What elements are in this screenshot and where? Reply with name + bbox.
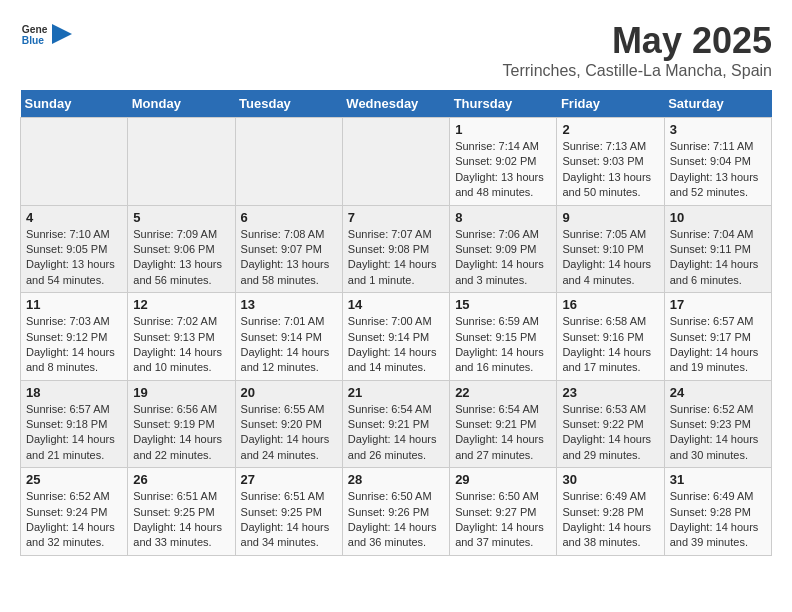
cell-info: Sunrise: 7:11 AMSunset: 9:04 PMDaylight:… [670,139,766,201]
day-number: 5 [133,210,229,225]
day-number: 16 [562,297,658,312]
calendar-cell [128,118,235,206]
day-number: 21 [348,385,444,400]
title-area: May 2025 Terrinches, Castille-La Mancha,… [503,20,772,80]
cell-info: Sunrise: 6:51 AMSunset: 9:25 PMDaylight:… [133,489,229,551]
calendar-cell: 13Sunrise: 7:01 AMSunset: 9:14 PMDayligh… [235,293,342,381]
day-number: 25 [26,472,122,487]
day-number: 4 [26,210,122,225]
calendar-cell: 3Sunrise: 7:11 AMSunset: 9:04 PMDaylight… [664,118,771,206]
calendar-cell: 27Sunrise: 6:51 AMSunset: 9:25 PMDayligh… [235,468,342,556]
cell-info: Sunrise: 7:08 AMSunset: 9:07 PMDaylight:… [241,227,337,289]
cell-info: Sunrise: 6:54 AMSunset: 9:21 PMDaylight:… [455,402,551,464]
calendar-cell: 9Sunrise: 7:05 AMSunset: 9:10 PMDaylight… [557,205,664,293]
cell-info: Sunrise: 6:54 AMSunset: 9:21 PMDaylight:… [348,402,444,464]
cell-info: Sunrise: 7:14 AMSunset: 9:02 PMDaylight:… [455,139,551,201]
calendar-cell: 15Sunrise: 6:59 AMSunset: 9:15 PMDayligh… [450,293,557,381]
day-number: 1 [455,122,551,137]
calendar-cell [342,118,449,206]
calendar-cell [235,118,342,206]
cell-info: Sunrise: 7:04 AMSunset: 9:11 PMDaylight:… [670,227,766,289]
day-number: 28 [348,472,444,487]
cell-info: Sunrise: 6:50 AMSunset: 9:27 PMDaylight:… [455,489,551,551]
cell-info: Sunrise: 6:59 AMSunset: 9:15 PMDaylight:… [455,314,551,376]
day-number: 7 [348,210,444,225]
calendar-cell: 6Sunrise: 7:08 AMSunset: 9:07 PMDaylight… [235,205,342,293]
svg-text:Blue: Blue [22,35,45,46]
day-number: 24 [670,385,766,400]
day-number: 12 [133,297,229,312]
cell-info: Sunrise: 7:09 AMSunset: 9:06 PMDaylight:… [133,227,229,289]
header-friday: Friday [557,90,664,118]
calendar-cell: 8Sunrise: 7:06 AMSunset: 9:09 PMDaylight… [450,205,557,293]
cell-info: Sunrise: 6:56 AMSunset: 9:19 PMDaylight:… [133,402,229,464]
calendar-cell: 23Sunrise: 6:53 AMSunset: 9:22 PMDayligh… [557,380,664,468]
cell-info: Sunrise: 7:00 AMSunset: 9:14 PMDaylight:… [348,314,444,376]
cell-info: Sunrise: 6:53 AMSunset: 9:22 PMDaylight:… [562,402,658,464]
cell-info: Sunrise: 7:01 AMSunset: 9:14 PMDaylight:… [241,314,337,376]
day-number: 6 [241,210,337,225]
day-number: 10 [670,210,766,225]
calendar-cell: 5Sunrise: 7:09 AMSunset: 9:06 PMDaylight… [128,205,235,293]
day-number: 29 [455,472,551,487]
header-saturday: Saturday [664,90,771,118]
calendar-cell: 17Sunrise: 6:57 AMSunset: 9:17 PMDayligh… [664,293,771,381]
day-number: 26 [133,472,229,487]
day-number: 27 [241,472,337,487]
day-number: 20 [241,385,337,400]
cell-info: Sunrise: 6:57 AMSunset: 9:17 PMDaylight:… [670,314,766,376]
calendar-cell: 2Sunrise: 7:13 AMSunset: 9:03 PMDaylight… [557,118,664,206]
calendar-cell: 26Sunrise: 6:51 AMSunset: 9:25 PMDayligh… [128,468,235,556]
day-number: 30 [562,472,658,487]
day-number: 18 [26,385,122,400]
calendar-cell: 24Sunrise: 6:52 AMSunset: 9:23 PMDayligh… [664,380,771,468]
header-wednesday: Wednesday [342,90,449,118]
calendar-header-row: SundayMondayTuesdayWednesdayThursdayFrid… [21,90,772,118]
calendar-cell: 21Sunrise: 6:54 AMSunset: 9:21 PMDayligh… [342,380,449,468]
cell-info: Sunrise: 7:13 AMSunset: 9:03 PMDaylight:… [562,139,658,201]
calendar-cell: 30Sunrise: 6:49 AMSunset: 9:28 PMDayligh… [557,468,664,556]
day-number: 19 [133,385,229,400]
cell-info: Sunrise: 6:58 AMSunset: 9:16 PMDaylight:… [562,314,658,376]
svg-text:General: General [22,24,48,35]
calendar-cell: 12Sunrise: 7:02 AMSunset: 9:13 PMDayligh… [128,293,235,381]
day-number: 17 [670,297,766,312]
cell-info: Sunrise: 6:52 AMSunset: 9:23 PMDaylight:… [670,402,766,464]
day-number: 9 [562,210,658,225]
cell-info: Sunrise: 7:03 AMSunset: 9:12 PMDaylight:… [26,314,122,376]
calendar-cell: 7Sunrise: 7:07 AMSunset: 9:08 PMDaylight… [342,205,449,293]
cell-info: Sunrise: 6:55 AMSunset: 9:20 PMDaylight:… [241,402,337,464]
calendar-cell [21,118,128,206]
cell-info: Sunrise: 7:06 AMSunset: 9:09 PMDaylight:… [455,227,551,289]
calendar-table: SundayMondayTuesdayWednesdayThursdayFrid… [20,90,772,556]
calendar-cell: 19Sunrise: 6:56 AMSunset: 9:19 PMDayligh… [128,380,235,468]
cell-info: Sunrise: 6:49 AMSunset: 9:28 PMDaylight:… [562,489,658,551]
logo-icon: General Blue [20,20,48,48]
cell-info: Sunrise: 6:51 AMSunset: 9:25 PMDaylight:… [241,489,337,551]
svg-marker-2 [52,24,72,44]
calendar-week-row: 18Sunrise: 6:57 AMSunset: 9:18 PMDayligh… [21,380,772,468]
day-number: 14 [348,297,444,312]
location-title: Terrinches, Castille-La Mancha, Spain [503,62,772,80]
cell-info: Sunrise: 6:52 AMSunset: 9:24 PMDaylight:… [26,489,122,551]
calendar-cell: 25Sunrise: 6:52 AMSunset: 9:24 PMDayligh… [21,468,128,556]
calendar-week-row: 1Sunrise: 7:14 AMSunset: 9:02 PMDaylight… [21,118,772,206]
day-number: 22 [455,385,551,400]
calendar-cell: 10Sunrise: 7:04 AMSunset: 9:11 PMDayligh… [664,205,771,293]
day-number: 13 [241,297,337,312]
day-number: 31 [670,472,766,487]
calendar-cell: 14Sunrise: 7:00 AMSunset: 9:14 PMDayligh… [342,293,449,381]
day-number: 3 [670,122,766,137]
calendar-cell: 29Sunrise: 6:50 AMSunset: 9:27 PMDayligh… [450,468,557,556]
arrow-icon [52,24,72,44]
cell-info: Sunrise: 7:10 AMSunset: 9:05 PMDaylight:… [26,227,122,289]
calendar-week-row: 25Sunrise: 6:52 AMSunset: 9:24 PMDayligh… [21,468,772,556]
calendar-cell: 20Sunrise: 6:55 AMSunset: 9:20 PMDayligh… [235,380,342,468]
calendar-week-row: 4Sunrise: 7:10 AMSunset: 9:05 PMDaylight… [21,205,772,293]
day-number: 23 [562,385,658,400]
calendar-cell: 31Sunrise: 6:49 AMSunset: 9:28 PMDayligh… [664,468,771,556]
calendar-cell: 1Sunrise: 7:14 AMSunset: 9:02 PMDaylight… [450,118,557,206]
day-number: 15 [455,297,551,312]
day-number: 2 [562,122,658,137]
header-monday: Monday [128,90,235,118]
